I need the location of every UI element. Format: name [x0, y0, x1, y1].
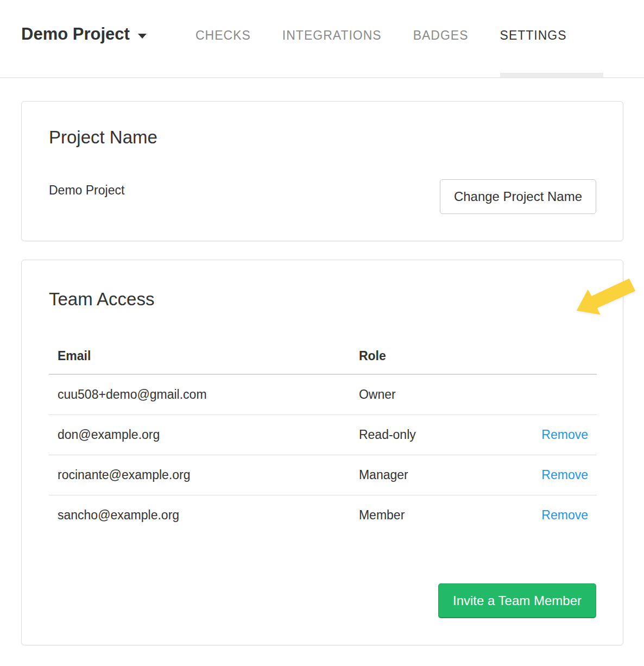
team-access-card: Team Access Email Role cuu508+demo@gmail… [21, 260, 623, 645]
table-row: don@example.org Read-only Remove [49, 415, 597, 455]
member-action-cell [509, 374, 597, 415]
member-role: Member [350, 495, 509, 536]
member-role: Read-only [350, 415, 509, 455]
table-row: rocinante@example.org Manager Remove [49, 455, 597, 495]
tab-checks[interactable]: CHECKS [195, 28, 251, 43]
member-role: Owner [350, 374, 509, 415]
change-project-name-button[interactable]: Change Project Name [440, 179, 596, 214]
team-table: Email Role cuu508+demo@gmail.com Owner d… [49, 341, 597, 535]
team-table-container: Email Role cuu508+demo@gmail.com Owner d… [49, 341, 597, 535]
header-divider [0, 77, 644, 78]
member-email: rocinante@example.org [49, 455, 350, 495]
remove-member-link[interactable]: Remove [541, 428, 588, 442]
project-name-card: Project Name Demo Project Change Project… [21, 101, 623, 241]
project-dropdown[interactable]: Demo Project [21, 24, 147, 45]
actions-column-header [509, 341, 597, 374]
current-project-name: Demo Project [49, 182, 124, 198]
table-row: sancho@example.org Member Remove [49, 495, 597, 536]
table-header-row: Email Role [49, 341, 597, 374]
tab-integrations[interactable]: INTEGRATIONS [282, 28, 382, 43]
team-access-card-title: Team Access [49, 288, 154, 310]
member-email: don@example.org [49, 415, 350, 455]
member-email: sancho@example.org [49, 495, 350, 536]
role-column-header: Role [350, 341, 509, 374]
invite-team-member-button[interactable]: Invite a Team Member [438, 583, 596, 618]
member-action-cell: Remove [509, 495, 597, 536]
project-settings-page: Demo Project CHECKS INTEGRATIONS BADGES … [0, 0, 644, 666]
member-action-cell: Remove [509, 455, 597, 495]
nav-tabs: CHECKS INTEGRATIONS BADGES SETTINGS [195, 28, 567, 43]
member-email: cuu508+demo@gmail.com [49, 374, 350, 415]
project-title: Demo Project [21, 24, 130, 45]
chevron-down-icon [138, 34, 147, 39]
project-name-card-title: Project Name [49, 127, 157, 148]
remove-member-link[interactable]: Remove [541, 468, 588, 482]
tab-badges[interactable]: BADGES [413, 28, 469, 43]
tab-settings[interactable]: SETTINGS [500, 28, 567, 43]
remove-member-link[interactable]: Remove [541, 508, 588, 522]
member-role: Manager [350, 455, 509, 495]
member-action-cell: Remove [509, 415, 597, 455]
table-row: cuu508+demo@gmail.com Owner [49, 374, 597, 415]
email-column-header: Email [49, 341, 350, 374]
